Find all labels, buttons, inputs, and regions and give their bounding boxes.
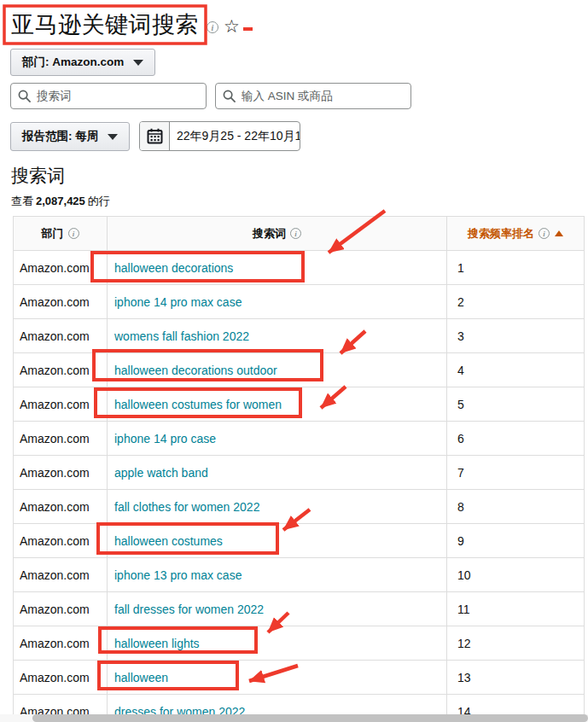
rank-cell: 13 xyxy=(447,661,585,695)
rows-count-value: 2,087,425 xyxy=(36,195,85,207)
column-header-rank[interactable]: 搜索频率排名i xyxy=(447,217,585,251)
search-term-cell: fall dresses for women 2022 xyxy=(108,592,447,626)
table-row: Amazon.com iphone 13 pro max case 10 xyxy=(14,558,585,592)
rows-count-prefix: 查看 xyxy=(11,195,33,207)
search-term-link[interactable]: halloween xyxy=(114,671,168,684)
rows-count-line: 查看2,087,425的行 xyxy=(11,194,110,209)
table-row: Amazon.com halloween costumes for women … xyxy=(14,387,585,422)
search-term-link[interactable]: fall clothes for women 2022 xyxy=(114,500,259,514)
column-header-term: 搜索词i xyxy=(108,217,447,251)
chevron-down-icon xyxy=(133,60,143,66)
search-term-link[interactable]: fall dresses for women 2022 xyxy=(114,603,264,616)
search-term-link[interactable]: halloween costumes for women xyxy=(114,398,282,411)
search-term-link[interactable]: iphone 13 pro max case xyxy=(114,568,242,582)
search-term-link[interactable]: halloween lights xyxy=(114,637,200,650)
search-term-cell: halloween costumes for women xyxy=(108,387,447,422)
rank-cell: 2 xyxy=(447,285,585,319)
search-terms-table: 部门i 搜索词i 搜索频率排名i Amazon.com halloween de… xyxy=(13,216,585,722)
rank-cell: 8 xyxy=(447,490,585,524)
page-title: 亚马逊关键词搜索 xyxy=(11,9,199,40)
info-icon[interactable]: i xyxy=(290,228,301,239)
search-term-field-wrap xyxy=(10,83,207,109)
info-icon[interactable]: i xyxy=(68,228,79,239)
rank-cell: 7 xyxy=(447,456,585,490)
title-info-icon[interactable]: i xyxy=(207,21,218,33)
search-term-link[interactable]: halloween decorations xyxy=(114,261,233,275)
table-row: Amazon.com halloween 13 xyxy=(14,661,585,695)
search-term-cell: iphone 14 pro case xyxy=(108,422,447,456)
page-header: 亚马逊关键词搜索 i ☆ xyxy=(11,9,253,40)
search-term-cell: apple watch band xyxy=(108,456,447,490)
rank-cell: 1 xyxy=(447,251,585,285)
rank-cell: 9 xyxy=(447,524,585,558)
rank-cell: 11 xyxy=(447,592,585,626)
calendar-button[interactable] xyxy=(140,122,170,150)
column-header-term-label: 搜索词 xyxy=(253,226,286,242)
rank-cell: 4 xyxy=(447,353,585,387)
search-term-link[interactable]: iphone 14 pro case xyxy=(114,432,216,445)
column-header-department: 部门i xyxy=(14,217,108,251)
search-term-cell: halloween costumes xyxy=(108,524,447,558)
table-row: Amazon.com halloween costumes 9 xyxy=(14,524,585,558)
department-cell: Amazon.com xyxy=(14,490,108,524)
department-cell: Amazon.com xyxy=(14,422,108,456)
search-term-link[interactable]: apple watch band xyxy=(114,466,208,480)
report-range-label: 报告范围: 每周 xyxy=(22,129,98,144)
favorite-star-icon[interactable]: ☆ xyxy=(224,17,240,35)
asin-input[interactable] xyxy=(215,83,411,109)
amazon-brand-analytics-page: 亚马逊关键词搜索 i ☆ 部门: Amazon.com 报告范围: 每周 xyxy=(0,0,588,722)
column-header-department-label: 部门 xyxy=(42,226,64,242)
horizontal-scrollbar-track xyxy=(0,714,588,722)
table-row: Amazon.com fall clothes for women 2022 8 xyxy=(14,490,585,524)
search-term-link[interactable]: womens fall fashion 2022 xyxy=(114,329,249,343)
asin-field-wrap xyxy=(215,83,411,109)
department-dropdown-label: 部门: Amazon.com xyxy=(22,55,124,70)
table-row: Amazon.com iphone 14 pro max case 2 xyxy=(14,285,585,319)
search-term-cell: halloween xyxy=(108,661,447,695)
chevron-down-icon xyxy=(108,134,118,140)
table-row: Amazon.com halloween decorations 1 xyxy=(14,251,585,285)
department-cell: Amazon.com xyxy=(14,319,108,353)
table-row: Amazon.com halloween decorations outdoor… xyxy=(14,353,585,387)
department-cell: Amazon.com xyxy=(14,387,108,422)
department-cell: Amazon.com xyxy=(14,285,108,319)
search-term-link[interactable]: iphone 14 pro max case xyxy=(114,295,242,309)
search-term-cell: iphone 13 pro max case xyxy=(108,558,447,592)
rows-count-suffix: 的行 xyxy=(88,195,110,207)
table-header-row: 部门i 搜索词i 搜索频率排名i xyxy=(14,217,585,251)
table-row: Amazon.com fall dresses for women 2022 1… xyxy=(14,592,585,626)
search-term-cell: halloween decorations outdoor xyxy=(108,353,447,387)
date-range-value[interactable]: 22年9月25 - 22年10月1 xyxy=(170,122,300,150)
search-term-cell: iphone 14 pro max case xyxy=(108,285,447,319)
search-term-input[interactable] xyxy=(10,83,207,109)
rank-cell: 12 xyxy=(447,626,585,661)
table-row: Amazon.com halloween lights 12 xyxy=(14,626,585,661)
section-title: 搜索词 xyxy=(11,164,65,188)
horizontal-scrollbar-thumb[interactable] xyxy=(32,714,588,722)
calendar-icon xyxy=(147,128,163,144)
annotation-dash xyxy=(243,27,253,31)
rank-cell: 3 xyxy=(447,319,585,353)
search-term-link[interactable]: halloween costumes xyxy=(114,534,223,548)
search-term-cell: womens fall fashion 2022 xyxy=(108,319,447,353)
table-row: Amazon.com iphone 14 pro case 6 xyxy=(14,422,585,456)
column-header-rank-label: 搜索频率排名 xyxy=(468,226,534,242)
rank-cell: 6 xyxy=(447,422,585,456)
date-range-picker: 22年9月25 - 22年10月1 xyxy=(139,121,300,151)
report-range-dropdown-button[interactable]: 报告范围: 每周 xyxy=(10,122,130,151)
department-cell: Amazon.com xyxy=(14,251,108,285)
sort-ascending-icon xyxy=(555,230,563,236)
department-cell: Amazon.com xyxy=(14,353,108,387)
department-cell: Amazon.com xyxy=(14,456,108,490)
department-cell: Amazon.com xyxy=(14,592,108,626)
department-cell: Amazon.com xyxy=(14,626,108,661)
department-cell: Amazon.com xyxy=(14,558,108,592)
search-term-link[interactable]: halloween decorations outdoor xyxy=(114,364,277,377)
info-icon[interactable]: i xyxy=(539,228,550,239)
rank-cell: 10 xyxy=(447,558,585,592)
search-term-cell: halloween decorations xyxy=(108,251,447,285)
table-row: Amazon.com womens fall fashion 2022 3 xyxy=(14,319,585,353)
search-term-cell: halloween lights xyxy=(108,626,447,661)
department-dropdown-button[interactable]: 部门: Amazon.com xyxy=(10,49,155,76)
department-cell: Amazon.com xyxy=(14,524,108,558)
